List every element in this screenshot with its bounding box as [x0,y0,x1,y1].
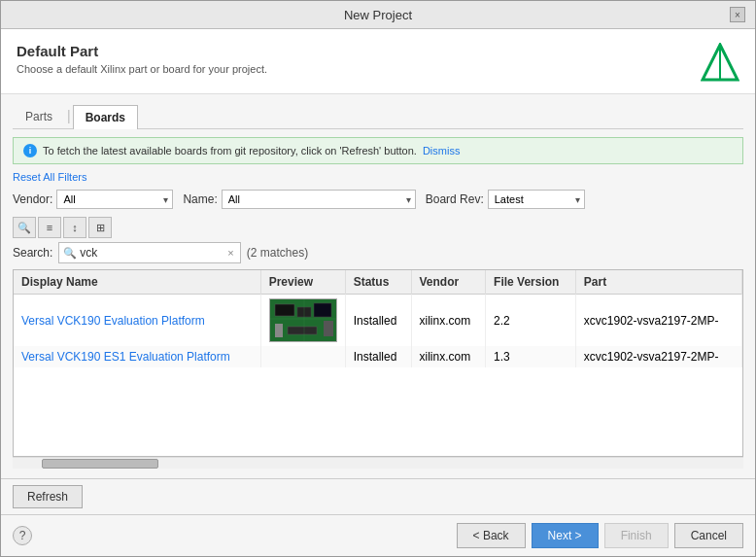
svg-rect-6 [275,324,283,337]
svg-rect-8 [288,327,317,334]
cell-vendor: xilinx.com [411,295,486,347]
cell-part: xcvc1902-vsva2197-2MP- [575,295,741,347]
search-icon: 🔍 [63,247,77,260]
cell-file-version: 2.2 [486,295,576,347]
cell-preview [260,346,345,367]
cell-display-name[interactable]: Versal VCK190 Evaluation Platform [14,295,260,347]
search-label: Search: [13,246,52,260]
scrollbar-thumb[interactable] [42,459,158,469]
footer: ? < Back Next > Finish Cancel [1,514,755,556]
svg-rect-5 [314,303,331,317]
search-box: 🔍 × [58,242,240,263]
info-banner-message: To fetch the latest available boards fro… [43,145,417,157]
cell-file-version: 1.3 [486,346,576,367]
toolbar: 🔍 ≡ ↕ ⊞ [13,217,743,238]
vendor-label: Vendor: [13,192,52,206]
col-part: Part [575,270,741,295]
bottom-bar: Refresh [1,478,755,514]
horizontal-scrollbar[interactable] [13,457,743,469]
table-header-row: Display Name Preview Status Vendor File … [14,270,742,295]
back-button[interactable]: < Back [457,523,526,548]
cancel-button[interactable]: Cancel [674,523,743,548]
boardrev-select[interactable]: Latest [488,190,585,209]
table-container: Display Name Preview Status Vendor File … [13,269,743,457]
cell-part: xcvc1902-vsva2197-2MP- [575,346,741,367]
col-file-version: File Version [486,270,576,295]
finish-button[interactable]: Finish [604,523,669,548]
header-text: Default Part Choose a default Xilinx par… [17,43,267,75]
grid-toolbar-btn[interactable]: ⊞ [88,217,112,238]
col-vendor: Vendor [411,270,486,295]
reset-filters-link[interactable]: Reset All Filters [13,171,86,183]
close-button[interactable]: × [730,7,745,22]
filters-row: Vendor: All Name: All Board Rev: [13,190,743,209]
xilinx-logo [701,43,739,82]
svg-rect-3 [275,304,294,316]
name-select[interactable]: All [222,190,416,209]
table-row[interactable]: Versal VCK190 Evaluation Platform Instal… [14,295,742,347]
cell-display-name[interactable]: Versal VCK190 ES1 Evaluation Platform [14,346,260,367]
next-button[interactable]: Next > [532,523,599,548]
cell-status: Installed [345,295,411,347]
search-row: Search: 🔍 × (2 matches) [13,242,743,263]
content-area: Parts | Boards i To fetch the latest ava… [1,94,755,478]
results-table: Display Name Preview Status Vendor File … [14,270,742,367]
search-toolbar-btn[interactable]: 🔍 [13,217,36,238]
dialog-title: New Project [26,8,730,22]
info-icon: i [23,144,37,157]
filter-toolbar-btn[interactable]: ≡ [38,217,61,238]
refresh-button[interactable]: Refresh [13,485,83,508]
tab-separator: | [65,108,73,123]
dialog: New Project × Default Part Choose a defa… [0,0,756,557]
col-preview: Preview [260,270,345,295]
vendor-select[interactable]: All [56,190,173,209]
header-section: Default Part Choose a default Xilinx par… [1,29,755,94]
cell-status: Installed [345,346,411,367]
tab-parts[interactable]: Parts [13,104,65,128]
search-clear-btn[interactable]: × [225,247,235,259]
col-status: Status [345,270,411,295]
tab-boards[interactable]: Boards [73,105,138,129]
dismiss-link[interactable]: Dismiss [423,145,461,157]
page-subtitle: Choose a default Xilinx part or board fo… [17,63,267,75]
table-row[interactable]: Versal VCK190 ES1 Evaluation PlatformIns… [14,346,742,367]
sort-toolbar-btn[interactable]: ↕ [63,217,86,238]
name-label: Name: [183,192,217,206]
cell-preview [260,295,345,347]
help-button[interactable]: ? [13,526,32,545]
title-bar: New Project × [1,1,755,29]
page-title: Default Part [17,43,267,59]
matches-text: (2 matches) [247,246,308,260]
search-input[interactable] [80,246,225,260]
svg-rect-7 [324,321,333,336]
cell-vendor: xilinx.com [411,346,486,367]
col-display-name: Display Name [14,270,260,295]
boardrev-label: Board Rev: [426,192,484,206]
info-banner: i To fetch the latest available boards f… [13,137,743,164]
tabs: Parts | Boards [13,104,743,129]
board-preview-image [269,298,337,342]
